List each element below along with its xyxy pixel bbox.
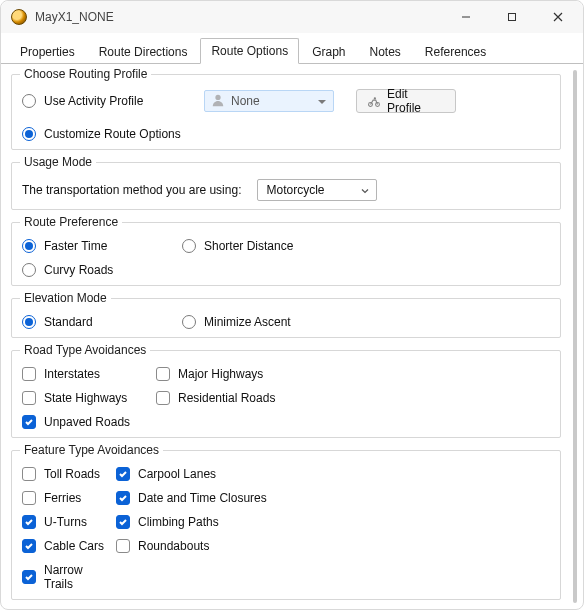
tab-notes[interactable]: Notes — [359, 39, 412, 64]
check-carpool-lanes[interactable]: Carpool Lanes — [116, 467, 550, 481]
chevron-down-icon — [360, 185, 370, 195]
window-title: MayX1_NONE — [35, 10, 443, 24]
check-label: U-Turns — [44, 515, 87, 529]
group-feature-type-avoidances: Feature Type Avoidances Toll Roads Carpo… — [11, 450, 561, 600]
check-label: State Highways — [44, 391, 127, 405]
button-label: Edit Profile — [387, 87, 445, 115]
check-label: Major Highways — [178, 367, 263, 381]
check-label: Roundabouts — [138, 539, 209, 553]
group-routing-profile: Choose Routing Profile Use Activity Prof… — [11, 74, 561, 150]
radio-customize-route-options[interactable]: Customize Route Options — [22, 127, 181, 141]
select-value: Motorcycle — [266, 183, 324, 197]
check-label: Interstates — [44, 367, 100, 381]
route-options-panel: Choose Routing Profile Use Activity Prof… — [1, 64, 567, 609]
vertical-scrollbar[interactable] — [567, 64, 583, 609]
titlebar: MayX1_NONE — [1, 1, 583, 33]
check-u-turns[interactable]: U-Turns — [22, 515, 112, 529]
tab-references[interactable]: References — [414, 39, 497, 64]
check-unpaved-roads[interactable]: Unpaved Roads — [22, 415, 152, 429]
check-toll-roads[interactable]: Toll Roads — [22, 467, 112, 481]
group-legend: Choose Routing Profile — [20, 67, 151, 81]
app-icon — [11, 9, 27, 25]
app-window: MayX1_NONE Properties Route Directions R… — [0, 0, 584, 610]
check-ferries[interactable]: Ferries — [22, 491, 112, 505]
check-narrow-trails[interactable]: Narrow Trails — [22, 563, 112, 591]
check-label: Ferries — [44, 491, 81, 505]
radio-faster-time[interactable]: Faster Time — [22, 239, 182, 253]
group-legend: Elevation Mode — [20, 291, 111, 305]
select-value: None — [231, 94, 260, 108]
radio-label: Shorter Distance — [204, 239, 293, 253]
usage-mode-select[interactable]: Motorcycle — [257, 179, 377, 201]
group-legend: Route Preference — [20, 215, 122, 229]
tab-bar: Properties Route Directions Route Option… — [1, 33, 583, 64]
check-label: Residential Roads — [178, 391, 275, 405]
tab-route-directions[interactable]: Route Directions — [88, 39, 199, 64]
svg-rect-0 — [509, 14, 516, 21]
radio-label: Faster Time — [44, 239, 107, 253]
radio-label: Use Activity Profile — [44, 94, 143, 108]
usage-mode-label: The transportation method you are using: — [22, 183, 241, 197]
radio-label: Minimize Ascent — [204, 315, 291, 329]
check-label: Date and Time Closures — [138, 491, 267, 505]
check-roundabouts[interactable]: Roundabouts — [116, 539, 550, 553]
check-date-time-closures[interactable]: Date and Time Closures — [116, 491, 550, 505]
maximize-button[interactable] — [489, 2, 535, 32]
minimize-button[interactable] — [443, 2, 489, 32]
tab-properties[interactable]: Properties — [9, 39, 86, 64]
edit-profile-button[interactable]: Edit Profile — [356, 89, 456, 113]
svg-point-4 — [374, 97, 376, 99]
radio-shorter-distance[interactable]: Shorter Distance — [182, 239, 550, 253]
check-interstates[interactable]: Interstates — [22, 367, 152, 381]
tab-route-options[interactable]: Route Options — [200, 38, 299, 64]
check-major-highways[interactable]: Major Highways — [156, 367, 550, 381]
group-route-preference: Route Preference Faster Time Shorter Dis… — [11, 222, 561, 286]
check-cable-cars[interactable]: Cable Cars — [22, 539, 112, 553]
radio-minimize-ascent[interactable]: Minimize Ascent — [182, 315, 550, 329]
check-residential-roads[interactable]: Residential Roads — [156, 391, 550, 405]
activity-profile-select[interactable]: None — [204, 90, 334, 112]
check-label: Climbing Paths — [138, 515, 219, 529]
check-label: Narrow Trails — [44, 563, 112, 591]
check-label: Unpaved Roads — [44, 415, 130, 429]
radio-curvy-roads[interactable]: Curvy Roads — [22, 263, 182, 277]
window-buttons — [443, 2, 581, 32]
tab-graph[interactable]: Graph — [301, 39, 356, 64]
check-label: Toll Roads — [44, 467, 100, 481]
radio-use-activity-profile[interactable]: Use Activity Profile — [22, 94, 192, 108]
person-icon — [211, 93, 225, 110]
check-label: Cable Cars — [44, 539, 104, 553]
radio-label: Curvy Roads — [44, 263, 113, 277]
group-legend: Usage Mode — [20, 155, 96, 169]
group-road-type-avoidances: Road Type Avoidances Interstates Major H… — [11, 350, 561, 438]
radio-label: Customize Route Options — [44, 127, 181, 141]
svg-point-1 — [215, 94, 220, 99]
radio-label: Standard — [44, 315, 93, 329]
close-button[interactable] — [535, 2, 581, 32]
chevron-down-icon — [317, 96, 327, 106]
content-area: Choose Routing Profile Use Activity Prof… — [1, 64, 583, 609]
group-elevation-mode: Elevation Mode Standard Minimize Ascent — [11, 298, 561, 338]
check-label: Carpool Lanes — [138, 467, 216, 481]
motorbike-icon — [367, 94, 381, 108]
check-state-highways[interactable]: State Highways — [22, 391, 152, 405]
check-climbing-paths[interactable]: Climbing Paths — [116, 515, 550, 529]
radio-standard[interactable]: Standard — [22, 315, 182, 329]
group-legend: Road Type Avoidances — [20, 343, 150, 357]
group-legend: Feature Type Avoidances — [20, 443, 163, 457]
group-usage-mode: Usage Mode The transportation method you… — [11, 162, 561, 210]
